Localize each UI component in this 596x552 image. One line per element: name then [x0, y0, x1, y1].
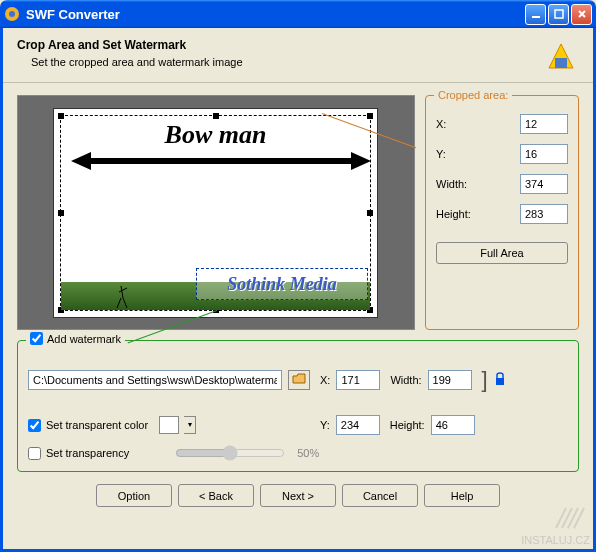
wm-width-label: Width:	[390, 374, 421, 386]
page-subtitle: Set the cropped area and watermark image	[17, 56, 543, 68]
crop-handle[interactable]	[58, 210, 64, 216]
window-title: SWF Converter	[26, 7, 525, 22]
crop-width-input[interactable]	[520, 174, 568, 194]
watermark-group: Add watermark X: Width: ]	[17, 340, 579, 472]
crop-y-label: Y:	[436, 148, 446, 160]
svg-rect-5	[496, 378, 504, 385]
preview-content-title: Bow man	[61, 120, 370, 150]
set-transparent-color-checkbox[interactable]	[28, 419, 41, 432]
close-button[interactable]	[571, 4, 592, 25]
crop-width-label: Width:	[436, 178, 467, 190]
svg-rect-3	[555, 10, 563, 18]
option-button[interactable]: Option	[96, 484, 172, 507]
minimize-button[interactable]	[525, 4, 546, 25]
add-watermark-label: Add watermark	[47, 333, 121, 345]
maximize-button[interactable]	[548, 4, 569, 25]
svg-rect-2	[532, 16, 540, 18]
watermark-legend: Add watermark	[26, 332, 125, 345]
cropped-area-group: Cropped area: X: Y: Width: Height: F	[425, 95, 579, 330]
transparency-value: 50%	[297, 447, 319, 459]
transparent-color-swatch[interactable]	[159, 416, 179, 434]
wm-y-label: Y:	[320, 419, 330, 431]
back-button[interactable]: < Back	[178, 484, 254, 507]
app-icon	[4, 6, 20, 22]
crop-handle[interactable]	[213, 113, 219, 119]
crop-group-label: Cropped area:	[434, 89, 512, 101]
crop-canvas[interactable]: Bow man Sothink Media	[53, 108, 378, 318]
page-title: Crop Area and Set Watermark	[17, 38, 543, 52]
cancel-button[interactable]: Cancel	[342, 484, 418, 507]
crop-handle[interactable]	[367, 210, 373, 216]
window-body: Crop Area and Set Watermark Set the crop…	[0, 28, 596, 552]
lock-icon[interactable]	[494, 372, 506, 389]
preview-area[interactable]: Bow man Sothink Media	[17, 95, 415, 330]
transparency-slider[interactable]	[175, 445, 285, 461]
bracket-icon: ]	[482, 375, 488, 385]
wm-width-input[interactable]	[428, 370, 472, 390]
wm-height-label: Height:	[390, 419, 425, 431]
svg-rect-4	[555, 58, 567, 68]
wm-height-input[interactable]	[431, 415, 475, 435]
folder-open-icon	[292, 373, 306, 387]
next-button[interactable]: Next >	[260, 484, 336, 507]
titlebar: SWF Converter	[0, 0, 596, 28]
set-transparency-label: Set transparency	[46, 447, 129, 459]
crop-rect[interactable]: Bow man Sothink Media	[60, 115, 371, 311]
crop-height-input[interactable]	[520, 204, 568, 224]
watermark-preview-text: Sothink Media	[227, 274, 337, 295]
arrow-graphic	[71, 152, 371, 170]
svg-point-1	[9, 11, 15, 17]
wm-x-input[interactable]	[336, 370, 380, 390]
wm-x-label: X:	[320, 374, 330, 386]
wizard-header: Crop Area and Set Watermark Set the crop…	[3, 28, 593, 83]
wm-y-input[interactable]	[336, 415, 380, 435]
footer-brand: INSTALUJ.CZ	[521, 502, 590, 546]
set-transparent-color-label: Set transparent color	[46, 419, 148, 431]
header-icon	[543, 38, 579, 74]
browse-button[interactable]	[288, 370, 310, 390]
crop-x-input[interactable]	[520, 114, 568, 134]
crop-handle[interactable]	[367, 113, 373, 119]
full-area-button[interactable]: Full Area	[436, 242, 568, 264]
crop-handle[interactable]	[58, 113, 64, 119]
set-transparency-checkbox[interactable]	[28, 447, 41, 460]
color-dropdown-button[interactable]: ▾	[184, 416, 196, 434]
watermark-path-input[interactable]	[28, 370, 282, 390]
crop-height-label: Height:	[436, 208, 471, 220]
crop-y-input[interactable]	[520, 144, 568, 164]
add-watermark-checkbox[interactable]	[30, 332, 43, 345]
help-button[interactable]: Help	[424, 484, 500, 507]
crop-x-label: X:	[436, 118, 446, 130]
watermark-rect[interactable]: Sothink Media	[196, 268, 368, 300]
